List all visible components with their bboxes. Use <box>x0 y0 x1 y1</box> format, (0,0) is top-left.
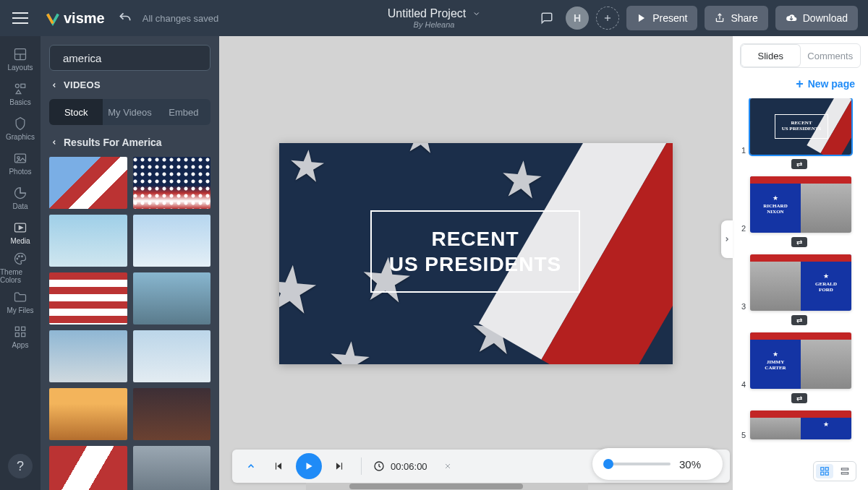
results-back-header[interactable]: Results For America <box>41 129 219 152</box>
slide-thumbnail[interactable]: RECENT US PRESIDENTS <box>750 98 851 155</box>
list-icon <box>840 466 850 476</box>
save-status: All changes saved <box>142 13 219 24</box>
video-thumbnail[interactable] <box>49 272 127 324</box>
transition-button[interactable]: ⇄ <box>791 237 807 247</box>
play-button[interactable] <box>296 453 322 479</box>
svg-rect-18 <box>15 327 19 330</box>
video-thumbnail[interactable] <box>133 446 211 490</box>
close-icon <box>443 462 452 470</box>
top-bar: visme All changes saved Untitled Project… <box>0 0 868 36</box>
transition-button[interactable]: ⇄ <box>791 315 807 325</box>
comment-icon <box>540 12 553 25</box>
chevron-down-icon <box>472 9 480 18</box>
slide-thumbnail[interactable]: JIMMY CARTER <box>750 332 851 389</box>
svg-rect-36 <box>821 472 824 475</box>
new-page-button[interactable]: +New page <box>733 71 868 98</box>
svg-point-16 <box>19 255 20 257</box>
svg-rect-27 <box>276 463 276 469</box>
video-thumbnail[interactable] <box>49 330 127 382</box>
slide-thumbnail[interactable]: GERALD FORD <box>750 254 851 311</box>
video-thumbnail[interactable] <box>133 215 211 267</box>
rail-media[interactable]: Media <box>0 215 41 250</box>
rail-my-files[interactable]: My Files <box>0 285 41 319</box>
visme-logo-icon <box>45 10 61 26</box>
zoom-control[interactable]: 30% <box>592 448 723 480</box>
slide-number: 3 <box>737 302 746 311</box>
list-view-button[interactable] <box>836 464 854 478</box>
rail-graphics[interactable]: Graphics <box>0 111 41 146</box>
slides-panel: Slides Comments +New page 1 RECENT US PR… <box>733 36 868 490</box>
prev-slide-button[interactable] <box>268 456 289 476</box>
left-rail: Layouts Basics Graphics Photos Data Medi… <box>0 36 41 490</box>
play-icon <box>637 13 647 23</box>
skip-forward-icon <box>334 461 344 471</box>
tab-comments[interactable]: Comments <box>801 44 861 67</box>
slide-number: 1 <box>737 146 746 155</box>
svg-point-12 <box>17 157 20 159</box>
rail-apps[interactable]: Apps <box>0 319 41 354</box>
comments-button[interactable] <box>535 7 558 30</box>
video-thumbnail[interactable] <box>133 330 211 382</box>
share-icon <box>715 13 725 23</box>
svg-marker-26 <box>277 463 281 469</box>
rail-basics[interactable]: Basics <box>0 77 41 111</box>
tab-my-videos[interactable]: My Videos <box>103 99 156 125</box>
svg-rect-19 <box>22 327 25 330</box>
timeline-close-button[interactable] <box>438 456 458 476</box>
video-thumbnail[interactable] <box>49 215 127 267</box>
next-slide-button[interactable] <box>329 456 349 476</box>
slide-thumbnail[interactable] <box>750 411 851 439</box>
project-title: Untitled Project <box>388 7 467 20</box>
search-input[interactable] <box>63 52 200 64</box>
grid-view-button[interactable] <box>816 464 833 478</box>
video-thumbnail[interactable] <box>133 157 211 209</box>
svg-point-17 <box>22 255 23 257</box>
right-panel-tabs: Slides Comments <box>740 43 861 68</box>
tab-slides[interactable]: Slides <box>741 44 801 67</box>
slide-thumbnail[interactable]: RICHARD NIXON <box>750 176 851 233</box>
tab-embed[interactable]: Embed <box>157 99 210 125</box>
video-results-grid <box>41 152 219 490</box>
undo-icon <box>118 11 132 25</box>
undo-button[interactable] <box>118 11 132 25</box>
menu-button[interactable] <box>0 0 41 36</box>
video-thumbnail[interactable] <box>49 446 127 490</box>
graphics-icon <box>13 116 27 131</box>
topbar-actions: H Present Share Download <box>535 6 868 30</box>
photos-icon <box>13 151 27 166</box>
timeline-collapse-button[interactable] <box>241 456 261 476</box>
visme-logo[interactable]: visme <box>45 10 105 27</box>
transition-button[interactable]: ⇄ <box>791 393 807 403</box>
user-avatar[interactable]: H <box>566 7 589 30</box>
help-button[interactable]: ? <box>8 454 33 478</box>
videos-back-header[interactable]: VIDEOS <box>41 77 219 92</box>
rail-photos[interactable]: Photos <box>0 146 41 181</box>
chevron-left-icon <box>51 82 58 89</box>
rail-data[interactable]: Data <box>0 181 41 215</box>
slide-stage[interactable]: ★ ★ ★ ★ ★ ★ ★ RECENTUS PRESIDENTS <box>279 143 673 364</box>
video-thumbnail[interactable] <box>49 388 127 440</box>
present-button[interactable]: Present <box>626 6 697 30</box>
horizontal-scrollbar[interactable] <box>306 483 588 490</box>
rail-layouts[interactable]: Layouts <box>0 42 41 77</box>
slide-title-frame[interactable]: RECENTUS PRESIDENTS <box>370 210 580 293</box>
download-icon <box>786 12 797 24</box>
download-button[interactable]: Download <box>775 6 858 30</box>
video-thumbnail[interactable] <box>133 388 211 440</box>
video-thumbnail[interactable] <box>49 157 127 209</box>
video-thumbnail[interactable] <box>133 272 211 324</box>
collapse-right-panel-button[interactable] <box>721 220 733 258</box>
add-collaborator-button[interactable] <box>596 7 619 30</box>
data-icon <box>13 186 27 200</box>
layouts-icon <box>13 47 27 61</box>
svg-rect-21 <box>22 333 25 337</box>
apps-icon <box>13 324 27 339</box>
tab-stock[interactable]: Stock <box>49 99 103 125</box>
zoom-slider[interactable] <box>605 463 671 465</box>
project-title-group[interactable]: Untitled Project By Heleana <box>388 7 481 29</box>
transition-button[interactable]: ⇄ <box>791 159 807 169</box>
timeline-time[interactable]: 00:06:00 <box>373 460 427 472</box>
share-button[interactable]: Share <box>705 6 767 30</box>
search-field[interactable] <box>49 45 210 71</box>
rail-theme-colors[interactable]: Theme Colors <box>0 250 41 285</box>
